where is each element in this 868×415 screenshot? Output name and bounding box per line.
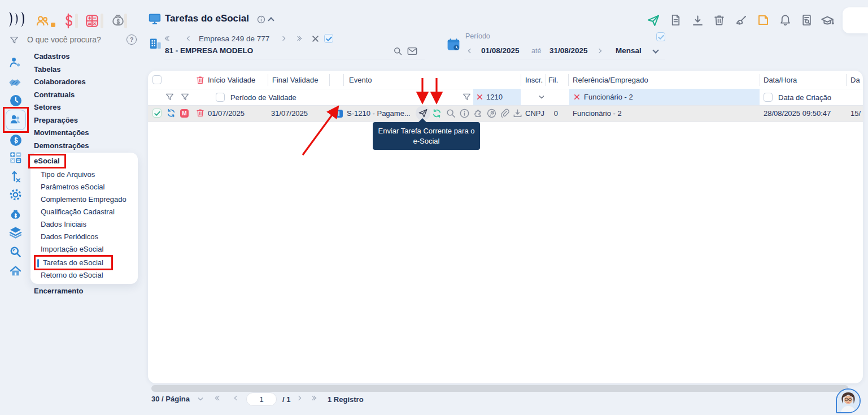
sidebar-item-setores[interactable]: Setores	[34, 103, 61, 111]
submenu-complemento-empregado[interactable]: Complemento Empregado	[41, 195, 127, 204]
sidebar-dollar-icon[interactable]	[9, 133, 23, 147]
notifications-bell-icon[interactable]	[779, 14, 792, 27]
search-filter-icon[interactable]	[9, 35, 19, 45]
training-cap-icon[interactable]	[820, 14, 835, 27]
trash-icon[interactable]	[713, 14, 726, 27]
period-prev-button[interactable]	[468, 49, 473, 53]
period-next-button[interactable]	[597, 49, 601, 53]
download-xml-icon[interactable]	[512, 108, 523, 119]
evento-filter-funnel-icon[interactable]	[462, 92, 472, 102]
period-end-date[interactable]: 31/08/2025	[549, 46, 588, 55]
period-mode-select[interactable]: Mensal	[616, 46, 642, 55]
global-search-input[interactable]	[26, 34, 121, 45]
notes-icon[interactable]	[757, 14, 770, 27]
sidebar-person-config-icon[interactable]	[8, 55, 22, 69]
task-info-icon[interactable]	[459, 108, 470, 119]
sidebar-gear-icon[interactable]	[8, 188, 23, 202]
first-page-button[interactable]	[216, 396, 221, 400]
col-data-hora[interactable]: Data/Hora	[764, 76, 797, 84]
data-criacao-checkbox[interactable]	[764, 93, 773, 102]
sidebar-moneybag-icon[interactable]	[9, 208, 22, 222]
sidebar-item-preparacoes[interactable]: Preparações	[34, 116, 78, 124]
header-trash-icon[interactable]	[195, 75, 205, 85]
side-panel-handle[interactable]	[843, 7, 868, 33]
user-avatar[interactable]	[836, 388, 861, 413]
submenu-dados-periodicos[interactable]: Dados Periódicos	[41, 232, 98, 241]
row-select-checkbox[interactable]	[152, 109, 162, 118]
row-delete-icon[interactable]	[195, 108, 205, 118]
col-evento[interactable]: Evento	[349, 76, 372, 84]
document-icon[interactable]	[669, 14, 682, 27]
company-active-checkbox[interactable]	[324, 34, 333, 43]
period-active-checkbox[interactable]	[656, 32, 665, 41]
clear-filter-icon[interactable]	[574, 94, 580, 100]
col-final-validade[interactable]: Final Validade	[272, 76, 318, 84]
evento-filter-cell[interactable]: 1210	[473, 89, 521, 105]
attachment-icon[interactable]	[499, 108, 510, 119]
prev-page-button[interactable]	[234, 396, 239, 400]
row-reprocess-icon[interactable]	[166, 108, 176, 118]
referencia-filter-cell[interactable]: Funcionário - 2	[569, 89, 760, 105]
submenu-qualificacao-cadastral[interactable]: Qualificação Cadastral	[41, 208, 115, 216]
ai-assistant-icon[interactable]	[486, 108, 497, 119]
company-clear-icon[interactable]	[312, 35, 319, 42]
sidebar-item-colaboradores[interactable]: Colaboradores	[34, 77, 86, 86]
select-all-checkbox[interactable]	[152, 75, 162, 84]
company-first-button[interactable]	[165, 37, 171, 40]
info-icon[interactable]	[257, 15, 265, 24]
module-people-icon[interactable]	[35, 14, 50, 28]
submenu-parametros-esocial[interactable]: Parâmetros eSocial	[41, 183, 104, 191]
sidebar-clock-icon[interactable]	[9, 94, 23, 107]
sidebar-person-growth-icon[interactable]	[10, 170, 22, 183]
submenu-importacao-esocial[interactable]: Importação eSocial	[41, 245, 103, 253]
module-payroll-icon[interactable]	[61, 13, 76, 29]
module-calculator-icon[interactable]	[85, 14, 99, 28]
resend-task-icon[interactable]	[431, 108, 442, 119]
horizontal-scrollbar[interactable]	[151, 385, 848, 392]
sidebar-item-movimentacoes[interactable]: Movimentações	[34, 128, 89, 137]
module-moneybag-icon[interactable]	[111, 13, 125, 29]
integration-puzzle-icon[interactable]	[473, 108, 483, 119]
company-search-icon[interactable]	[393, 46, 403, 56]
last-page-button[interactable]	[311, 396, 316, 400]
sidebar-layers-icon[interactable]	[8, 225, 23, 239]
company-prev-button[interactable]	[187, 36, 191, 41]
submenu-retorno-do-esocial[interactable]: Retorno do eSocial	[41, 271, 103, 279]
col-inscr[interactable]: Inscr.	[525, 76, 543, 84]
submenu-tipo-de-arquivos[interactable]: Tipo de Arquivos	[41, 170, 95, 179]
filter-funnel-icon[interactable]	[165, 92, 175, 102]
clear-filter-icon[interactable]	[477, 94, 483, 100]
data-criacao-label[interactable]: Data de Criação	[778, 93, 831, 102]
submenu-dados-iniciais[interactable]: Dados Iniciais	[41, 220, 86, 228]
sidebar-handshake-icon[interactable]	[8, 76, 23, 88]
sidebar-item-contratuais[interactable]: Contratuais	[34, 90, 75, 99]
periodo-validade-checkbox[interactable]	[216, 93, 225, 102]
col-inicio-validade[interactable]: Início Validade	[208, 76, 255, 84]
download-icon[interactable]	[691, 14, 704, 27]
col-referencia[interactable]: Referência/Empregado	[573, 76, 648, 84]
sidebar-calculator-icon[interactable]	[8, 150, 23, 165]
sidebar-item-tabelas[interactable]: Tabelas	[34, 65, 60, 74]
app-logo[interactable]	[8, 11, 27, 28]
sidebar-home-icon[interactable]	[9, 265, 22, 278]
periodo-validade-label[interactable]: Período de Validade	[230, 93, 296, 102]
col-data-cut[interactable]: Da	[850, 76, 860, 84]
log-search-icon[interactable]	[800, 14, 813, 27]
clean-broom-icon[interactable]	[734, 14, 748, 27]
sidebar-search-icon[interactable]	[9, 245, 22, 258]
send-esocial-icon[interactable]	[647, 14, 660, 27]
period-start-date[interactable]: 01/08/2025	[481, 46, 520, 55]
company-next-button[interactable]	[281, 36, 285, 41]
period-mode-chevron-icon[interactable]	[652, 47, 658, 53]
help-icon[interactable]: ?	[127, 34, 137, 45]
collapse-header-icon[interactable]	[268, 17, 274, 23]
company-mail-icon[interactable]	[407, 47, 417, 55]
sidebar-item-cadastros[interactable]: Cadastros	[34, 52, 70, 60]
page-size-chevron-icon[interactable]	[198, 396, 203, 400]
sidebar-item-encerramento[interactable]: Encerramento	[34, 287, 83, 295]
sidebar-item-demonstracoes[interactable]: Demonstrações	[34, 141, 89, 150]
filter-funnel-icon[interactable]	[180, 92, 190, 102]
col-fil[interactable]: Fil.	[548, 76, 558, 84]
current-page-input[interactable]	[246, 392, 277, 406]
page-size-select[interactable]: 30 / Página	[151, 395, 190, 403]
